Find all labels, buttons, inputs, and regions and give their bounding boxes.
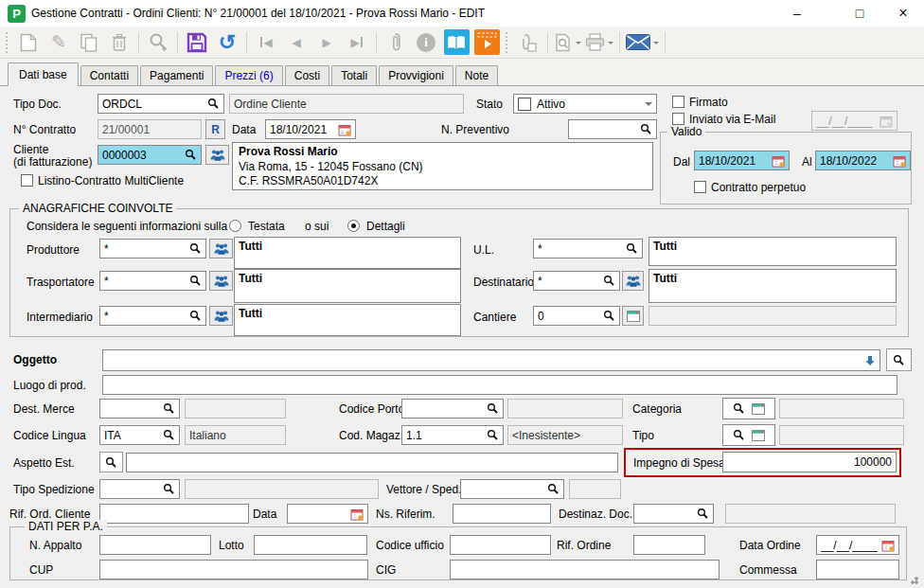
calendar-icon[interactable]	[350, 508, 364, 521]
firmato-checkbox[interactable]	[672, 96, 684, 108]
search-icon[interactable]	[697, 508, 709, 520]
trasportatore-people-button[interactable]	[209, 271, 233, 291]
toolbar-grip[interactable]	[506, 32, 509, 53]
search-icon[interactable]	[207, 98, 220, 110]
calendar-icon[interactable]	[881, 539, 895, 552]
impegno-spesa-input[interactable]: 100000	[722, 452, 897, 472]
maximize-icon[interactable]: □	[839, 0, 880, 27]
new-document-icon[interactable]	[15, 28, 42, 57]
user-manual-icon[interactable]	[443, 28, 470, 57]
listino-multicliente-checkbox[interactable]	[21, 174, 33, 187]
testata-radio[interactable]	[229, 220, 241, 232]
codice-lingua-input[interactable]: ITA	[99, 425, 180, 445]
ns-riferim-input[interactable]	[453, 504, 551, 524]
intermediario-people-button[interactable]	[209, 306, 233, 326]
lotto-input[interactable]	[254, 535, 367, 555]
destinatario-input[interactable]: *	[533, 271, 620, 291]
refresh-icon[interactable]: ↺	[214, 28, 240, 57]
codice-porto-input[interactable]	[401, 399, 504, 419]
tab-prezzi[interactable]: Prezzi (6)	[215, 65, 282, 86]
video-tutorial-icon[interactable]	[473, 28, 500, 57]
tab-pagamenti[interactable]: Pagamenti	[140, 65, 213, 86]
n-appalto-input[interactable]	[99, 535, 211, 555]
attachments-icon[interactable]	[382, 28, 409, 57]
data-ordine-input[interactable]: __/__/____	[816, 535, 899, 555]
delete-icon[interactable]	[106, 28, 133, 57]
tab-note[interactable]: Note	[455, 65, 498, 86]
n-preventivo-input[interactable]	[568, 119, 657, 139]
valido-al-input[interactable]: 18/10/2022	[815, 151, 911, 170]
previous-record-icon[interactable]: ◀	[283, 28, 310, 57]
calendar-icon[interactable]	[772, 154, 785, 168]
search-icon[interactable]	[189, 310, 202, 322]
search-icon[interactable]	[185, 149, 197, 161]
last-record-icon[interactable]: ▶	[344, 28, 370, 57]
dettagli-radio[interactable]	[347, 220, 360, 232]
stato-dropdown[interactable]: Attivo	[513, 94, 657, 114]
print-preview-icon[interactable]	[554, 28, 581, 57]
search-icon[interactable]	[189, 242, 202, 255]
search-icon[interactable]	[163, 429, 175, 441]
aspetto-est-search-button[interactable]	[99, 452, 123, 472]
calendar-icon[interactable]	[893, 154, 906, 168]
tipo-doc-input[interactable]: ORDCL	[98, 94, 224, 114]
tipo-lookup-button[interactable]	[722, 424, 775, 446]
search-icon[interactable]	[163, 483, 175, 495]
produttore-people-button[interactable]	[209, 239, 233, 258]
resize-grip[interactable]	[907, 573, 918, 584]
cup-input[interactable]	[99, 560, 368, 579]
search-records-icon[interactable]	[145, 28, 171, 57]
send-email-icon[interactable]	[626, 28, 659, 57]
tab-provvigioni[interactable]: Provvigioni	[379, 65, 453, 86]
vettore-input[interactable]	[460, 479, 564, 499]
ul-input[interactable]: *	[533, 239, 643, 258]
tab-totali[interactable]: Totali	[331, 65, 377, 86]
close-icon[interactable]: ×	[882, 0, 924, 27]
chevron-down-icon[interactable]	[653, 42, 659, 47]
search-icon[interactable]	[487, 402, 499, 415]
r-button[interactable]: R	[205, 119, 225, 139]
chevron-down-icon[interactable]	[645, 102, 652, 110]
minimize-icon[interactable]: –	[776, 0, 818, 27]
print-icon[interactable]	[585, 28, 613, 57]
calendar-icon[interactable]	[338, 123, 351, 136]
chevron-down-icon[interactable]	[576, 42, 581, 47]
search-icon[interactable]	[626, 242, 638, 255]
attach-document-icon[interactable]	[515, 28, 542, 57]
first-record-icon[interactable]: ◀	[253, 28, 279, 57]
arrow-down-icon[interactable]	[864, 355, 876, 366]
rif-ord-cliente-input[interactable]	[99, 504, 249, 524]
trasportatore-input[interactable]: *	[99, 271, 206, 291]
next-record-icon[interactable]: ▶	[313, 28, 340, 57]
aspetto-est-input[interactable]	[126, 453, 618, 472]
search-icon[interactable]	[603, 275, 615, 287]
search-icon[interactable]	[189, 275, 202, 287]
search-icon[interactable]	[163, 402, 175, 415]
chevron-down-icon[interactable]	[608, 42, 613, 47]
search-icon[interactable]	[603, 310, 615, 322]
tab-contatti[interactable]: Contatti	[80, 65, 138, 86]
oggetto-input[interactable]	[102, 349, 880, 371]
toolbar-grip[interactable]	[6, 32, 9, 53]
tab-dati-base[interactable]: Dati base	[8, 62, 79, 86]
search-icon[interactable]	[547, 483, 560, 495]
contratto-perpetuo-checkbox[interactable]	[694, 181, 706, 193]
search-icon[interactable]	[640, 123, 652, 135]
cliente-input[interactable]: 0000003	[98, 145, 202, 165]
rif-data-input[interactable]	[287, 504, 368, 524]
save-icon[interactable]	[184, 28, 210, 57]
codice-ufficio-input[interactable]	[450, 535, 551, 555]
intermediario-input[interactable]: *	[99, 306, 206, 326]
oggetto-search-button[interactable]	[886, 348, 912, 371]
info-icon[interactable]: i	[413, 28, 439, 57]
copy-icon[interactable]	[76, 28, 102, 57]
edit-icon[interactable]: ✎	[45, 28, 72, 57]
inviato-email-checkbox[interactable]	[672, 113, 684, 125]
destinaz-doc-input[interactable]	[633, 504, 714, 524]
search-icon[interactable]	[487, 429, 499, 441]
cliente-people-button[interactable]	[205, 145, 229, 165]
data-input[interactable]: 18/10/2021	[265, 119, 356, 139]
luogo-prod-input[interactable]	[102, 375, 897, 395]
valido-dal-input[interactable]: 18/10/2021	[694, 151, 790, 170]
cantiere-input[interactable]: 0	[533, 306, 620, 326]
